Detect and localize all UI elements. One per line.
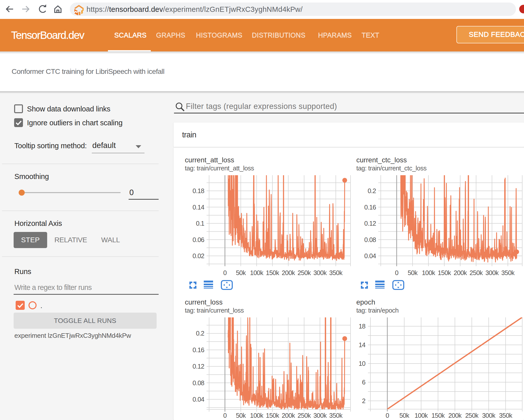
svg-text:200k: 200k [448,412,462,419]
svg-text:0.2: 0.2 [196,330,204,337]
svg-text:250k: 250k [298,412,311,419]
svg-text:14: 14 [359,341,365,348]
svg-text:150k: 150k [438,269,451,276]
svg-text:current_att_loss: current_att_loss [185,156,234,164]
svg-text:350k: 350k [329,269,343,276]
svg-text:350k: 350k [329,412,343,419]
svg-text:50k: 50k [399,412,410,419]
svg-text:250k: 250k [470,269,483,276]
svg-text:250k: 250k [465,412,479,419]
svg-text:50k: 50k [408,269,418,276]
svg-text:150k: 150k [431,412,445,419]
svg-text:200k: 200k [282,269,295,276]
svg-text:100k: 100k [250,269,264,276]
svg-text:0.04: 0.04 [364,252,376,259]
svg-text:300k: 300k [313,412,327,419]
svg-text:10: 10 [359,360,365,367]
svg-text:50k: 50k [236,412,246,419]
svg-text:0.1: 0.1 [196,220,204,227]
svg-text:0.06: 0.06 [193,236,205,243]
svg-text:300k: 300k [485,269,499,276]
svg-text:0.12: 0.12 [193,363,204,370]
svg-text:150k: 150k [266,412,279,419]
svg-text:current_ctc_loss: current_ctc_loss [356,156,407,164]
svg-text:tag: train/current_loss: tag: train/current_loss [185,307,244,314]
svg-text:100k: 100k [422,269,435,276]
svg-text:current_loss: current_loss [185,298,223,306]
svg-text:100k: 100k [250,412,264,419]
svg-text:tag: train/current_att_loss: tag: train/current_att_loss [185,165,254,172]
svg-text:100k: 100k [415,412,428,419]
svg-text:0.04: 0.04 [193,396,205,403]
svg-text:350k: 350k [499,412,512,419]
svg-text:350k: 350k [501,269,515,276]
svg-text:0: 0 [395,269,398,276]
svg-text:6: 6 [362,379,366,386]
svg-text:epoch: epoch [356,298,375,306]
svg-text:18: 18 [359,323,365,330]
svg-text:200k: 200k [282,412,295,419]
svg-text:50k: 50k [236,269,246,276]
svg-text:250k: 250k [298,269,311,276]
svg-text:0.18: 0.18 [193,187,205,194]
svg-text:0.08: 0.08 [364,236,376,243]
svg-text:0: 0 [223,269,227,276]
svg-text:0.02: 0.02 [193,252,204,259]
svg-text:0: 0 [223,412,227,419]
svg-text:150k: 150k [266,269,279,276]
svg-text:0.16: 0.16 [364,204,376,211]
svg-text:0.08: 0.08 [193,379,205,386]
svg-text:0.16: 0.16 [193,346,205,353]
svg-text:0.14: 0.14 [193,204,205,211]
svg-text:300k: 300k [313,269,327,276]
svg-text:300k: 300k [482,412,496,419]
svg-text:tag: train/current_ctc_loss: tag: train/current_ctc_loss [356,165,426,172]
svg-text:0.12: 0.12 [364,220,376,227]
svg-text:2: 2 [362,397,365,404]
svg-text:0: 0 [386,412,389,419]
svg-text:tag: train/epoch: tag: train/epoch [356,307,399,314]
svg-text:0.2: 0.2 [368,187,376,194]
svg-text:200k: 200k [454,269,467,276]
